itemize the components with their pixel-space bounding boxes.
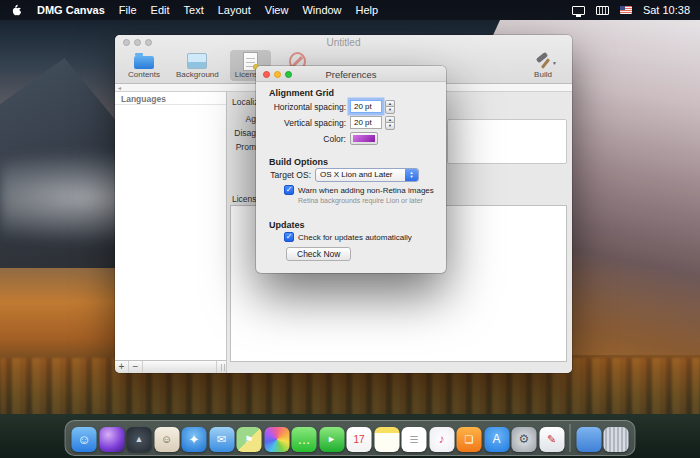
menu-file[interactable]: File xyxy=(119,4,137,16)
toolbar-background-label: Background xyxy=(176,71,219,79)
toolbar-background-button[interactable]: Background xyxy=(171,50,224,81)
sidebar-resize-grip[interactable] xyxy=(216,361,226,373)
remove-language-button[interactable]: − xyxy=(129,361,143,373)
dock-launchpad[interactable]: ▲ xyxy=(127,427,152,452)
horizontal-spacing-input[interactable]: 20 pt xyxy=(350,100,382,113)
window-title: Untitled xyxy=(115,37,572,48)
field-label-agree: Ag xyxy=(228,115,256,124)
field-label-disagree: Disag xyxy=(228,129,256,138)
sidebar-bottom-bar: + − xyxy=(115,360,227,373)
horizontal-spacing-label: Horizontal spacing: xyxy=(256,102,346,112)
auto-update-checkbox[interactable] xyxy=(284,232,294,242)
dock-dmg-canvas[interactable]: ✎ xyxy=(539,427,564,452)
toolbar-build-button[interactable]: ▼ Build xyxy=(528,50,558,81)
menu-view[interactable]: View xyxy=(265,4,289,16)
active-app-name[interactable]: DMG Canvas xyxy=(37,4,105,16)
dock-maps[interactable]: ⚑ xyxy=(237,427,262,452)
dock-safari[interactable]: ✦ xyxy=(182,427,207,452)
dock-calendar[interactable]: 17 xyxy=(347,427,372,452)
build-hammer-icon: ▼ xyxy=(533,52,553,70)
build-dropdown-caret-icon: ▼ xyxy=(552,60,557,66)
menu-text[interactable]: Text xyxy=(184,4,204,16)
display-status-icon[interactable] xyxy=(572,6,585,15)
vertical-spacing-label: Vertical spacing: xyxy=(256,118,346,128)
preferences-dialog: Preferences Alignment Grid Horizontal sp… xyxy=(256,66,446,273)
menu-bar-clock[interactable]: Sat 10:38 xyxy=(643,4,690,16)
target-os-label: Target OS: xyxy=(256,170,311,180)
toolbar-build-label: Build xyxy=(534,71,552,79)
license-prompt-field[interactable] xyxy=(447,119,567,164)
licenses-document-icon xyxy=(243,52,258,70)
languages-sidebar: Languages xyxy=(115,92,227,360)
input-source-flag-icon[interactable] xyxy=(620,6,632,14)
preferences-title: Preferences xyxy=(256,69,446,80)
menu-bar: DMG Canvas FileEditTextLayoutViewWindowH… xyxy=(0,0,700,20)
build-options-header: Build Options xyxy=(269,157,328,167)
dock-contacts[interactable]: ☺ xyxy=(154,427,179,452)
vertical-spacing-input[interactable]: 20 pt xyxy=(350,116,382,129)
dock-trash[interactable] xyxy=(604,427,629,452)
grid-color-swatch xyxy=(353,135,375,142)
check-now-button[interactable]: Check Now xyxy=(286,247,351,261)
preferences-titlebar[interactable]: Preferences xyxy=(256,66,446,82)
keyboard-status-icon[interactable] xyxy=(596,6,609,15)
menu-help[interactable]: Help xyxy=(356,4,379,16)
target-os-value: OS X Lion and Later xyxy=(316,170,405,179)
updates-header: Updates xyxy=(269,220,305,230)
vertical-spacing-stepper xyxy=(385,116,395,130)
license-field-labels: Ag Disag Prom xyxy=(228,115,256,157)
dock-finder[interactable]: ☺ xyxy=(72,427,97,452)
menu-layout[interactable]: Layout xyxy=(218,4,251,16)
toolbar-contents-label: Contents xyxy=(128,71,160,79)
target-os-popup[interactable]: OS X Lion and Later xyxy=(315,168,419,182)
menu-items: FileEditTextLayoutViewWindowHelp xyxy=(119,4,378,16)
stepper-down-icon[interactable] xyxy=(385,122,395,130)
alignment-grid-header: Alignment Grid xyxy=(269,88,334,98)
field-label-prompt: Prom xyxy=(228,143,256,152)
dock-photos[interactable] xyxy=(264,427,289,452)
contents-folder-icon xyxy=(134,52,154,70)
auto-update-label: Check for updates automatically xyxy=(298,233,412,242)
popup-arrows-icon xyxy=(405,169,418,181)
warn-non-retina-label: Warn when adding non-Retina images xyxy=(298,186,434,195)
dock-notes[interactable] xyxy=(374,427,399,452)
toolbar-contents-button[interactable]: Contents xyxy=(123,50,165,81)
menu-bar-left: DMG Canvas FileEditTextLayoutViewWindowH… xyxy=(10,3,378,17)
stepper-down-icon[interactable] xyxy=(385,106,395,114)
dock-books[interactable]: ❏ xyxy=(457,427,482,452)
dock-separator xyxy=(570,424,571,452)
dock-siri[interactable] xyxy=(99,427,124,452)
dock-facetime[interactable]: ► xyxy=(319,427,344,452)
dock-messages[interactable]: … xyxy=(292,427,317,452)
menu-edit[interactable]: Edit xyxy=(151,4,170,16)
dock-app-store[interactable]: A xyxy=(484,427,509,452)
sidebar-header: Languages xyxy=(115,92,226,105)
menu-window[interactable]: Window xyxy=(302,4,341,16)
dock-system-preferences[interactable]: ⚙ xyxy=(512,427,537,452)
window-titlebar[interactable]: Untitled xyxy=(115,35,572,50)
dock: ☺▲☺✦✉⚑…►17☰♪❏A⚙✎ xyxy=(65,420,636,456)
add-language-button[interactable]: + xyxy=(115,361,129,373)
dock-downloads-folder[interactable] xyxy=(576,427,601,452)
apple-menu-icon[interactable] xyxy=(10,3,23,17)
dock-reminders[interactable]: ☰ xyxy=(402,427,427,452)
dock-mail[interactable]: ✉ xyxy=(209,427,234,452)
warn-non-retina-checkbox[interactable] xyxy=(284,185,294,195)
dock-itunes[interactable]: ♪ xyxy=(429,427,454,452)
retina-note: Retina backgrounds require Lion or later xyxy=(298,197,423,204)
grid-color-label: Color: xyxy=(256,134,346,144)
menu-bar-status: Sat 10:38 xyxy=(572,4,690,16)
horizontal-spacing-stepper xyxy=(385,100,395,114)
background-image-icon xyxy=(187,52,207,70)
grid-color-well[interactable] xyxy=(350,132,378,145)
